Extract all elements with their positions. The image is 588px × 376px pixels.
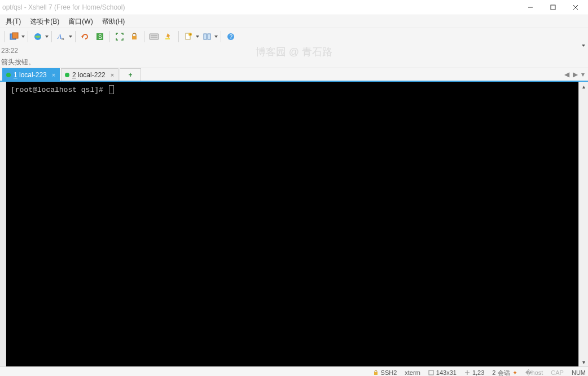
address-bar[interactable]: 23:22 博客园 @ 青石路 xyxy=(0,45,588,56)
status-dot-icon xyxy=(6,73,11,77)
layout-button[interactable] xyxy=(200,30,214,43)
toolbar: Aa S ✶ ? xyxy=(0,28,588,45)
status-num: NUM xyxy=(572,369,586,376)
vertical-scrollbar[interactable]: ▴ ▾ xyxy=(578,82,588,366)
tab-close-button[interactable]: × xyxy=(52,72,55,78)
new-file-button[interactable]: ✶ xyxy=(182,30,195,43)
tab-nav-prev[interactable]: ◀ xyxy=(564,70,569,78)
status-sessions: 2 会话 ✦ xyxy=(492,369,517,377)
svg-rect-26 xyxy=(429,370,433,375)
new-tab-button[interactable]: + xyxy=(120,68,141,81)
tab-label: 2 local-222 xyxy=(72,71,106,79)
chevron-down-icon xyxy=(582,45,585,55)
plus-icon: + xyxy=(128,71,132,79)
size-icon xyxy=(428,370,434,375)
cursor-pos-icon xyxy=(464,370,470,375)
refresh-button[interactable] xyxy=(78,30,92,43)
menu-tools[interactable]: 具(T) xyxy=(1,16,25,28)
lock-button[interactable] xyxy=(128,30,141,43)
tab-local-222[interactable]: 2 local-222 × xyxy=(61,68,119,81)
hint-bar: 箭头按钮。 xyxy=(0,56,588,68)
status-connection: SSH2 xyxy=(373,369,397,376)
svg-text:✶: ✶ xyxy=(189,33,192,36)
svg-text:a: a xyxy=(62,36,64,41)
globe-button[interactable] xyxy=(31,30,45,43)
svg-rect-12 xyxy=(132,36,137,39)
status-size: 143x31 xyxy=(428,369,457,376)
help-button[interactable]: ? xyxy=(224,30,238,43)
address-text: 23:22 xyxy=(1,47,18,55)
scroll-down-button[interactable]: ▾ xyxy=(579,357,588,366)
dropdown-caret-icon[interactable] xyxy=(214,36,218,38)
svg-text:S: S xyxy=(98,34,102,40)
left-gutter xyxy=(0,82,6,366)
font-button[interactable]: Aa xyxy=(55,30,68,43)
terminal-container: [root@localhost qsl]# ▴ ▾ xyxy=(0,82,588,366)
status-cap: CAP xyxy=(551,369,564,376)
status-dot-icon xyxy=(65,73,69,77)
window-title: opt/qsl - Xshell 7 (Free for Home/School… xyxy=(2,3,125,11)
hint-text: 箭头按钮。 xyxy=(1,57,35,67)
menu-tabs[interactable]: 选项卡(B) xyxy=(25,16,64,28)
tab-nav-next[interactable]: ▶ xyxy=(573,70,578,78)
keyboard-button[interactable] xyxy=(147,30,161,43)
menu-help[interactable]: 帮助(H) xyxy=(98,16,130,28)
lock-icon xyxy=(373,370,379,375)
tabs-row: 1 local-223 × 2 local-222 × + ◀ ▶ ▾ xyxy=(0,68,588,82)
terminal-prompt: [root@localhost qsl]# xyxy=(11,86,108,94)
terminal[interactable]: [root@localhost qsl]# xyxy=(6,82,578,366)
dropdown-caret-icon[interactable] xyxy=(196,36,199,38)
terminal-cursor xyxy=(109,85,114,94)
address-dropdown-button[interactable] xyxy=(578,47,588,55)
svg-rect-5 xyxy=(12,33,18,38)
scroll-track[interactable] xyxy=(579,91,588,357)
svg-marker-17 xyxy=(166,33,170,38)
titlebar: opt/qsl - Xshell 7 (Free for Home/School… xyxy=(0,0,588,15)
highlight-button[interactable] xyxy=(162,30,175,43)
dropdown-caret-icon[interactable] xyxy=(69,36,72,38)
svg-rect-22 xyxy=(208,34,210,39)
status-bar: SSH2 xterm 143x31 1,23 2 会话 ✦ �host CAP … xyxy=(0,366,588,376)
svg-rect-16 xyxy=(165,38,170,39)
maximize-button[interactable] xyxy=(542,0,564,15)
menubar: 具(T) 选项卡(B) 窗口(W) 帮助(H) xyxy=(0,15,588,28)
status-term: xterm xyxy=(405,369,420,376)
close-button[interactable] xyxy=(564,0,587,15)
svg-rect-25 xyxy=(374,372,378,375)
svg-rect-21 xyxy=(204,34,207,39)
fullscreen-button[interactable] xyxy=(113,30,126,43)
dropdown-caret-icon[interactable] xyxy=(21,36,25,38)
menu-window[interactable]: 窗口(W) xyxy=(64,16,97,28)
session-explorer-button[interactable] xyxy=(7,30,21,43)
resize-divider[interactable]: �host xyxy=(525,369,543,377)
svg-marker-9 xyxy=(81,35,83,38)
svg-rect-1 xyxy=(551,5,555,10)
status-cursor: 1,23 xyxy=(464,369,484,376)
script-button[interactable]: S xyxy=(93,30,107,43)
scroll-up-button[interactable]: ▴ xyxy=(579,82,588,91)
svg-rect-13 xyxy=(150,34,159,39)
tab-nav-menu[interactable]: ▾ xyxy=(581,70,585,78)
tab-local-223[interactable]: 1 local-223 × xyxy=(2,68,60,81)
svg-text:?: ? xyxy=(230,34,233,40)
tab-close-button[interactable]: × xyxy=(111,72,114,78)
tab-label: 1 local-223 xyxy=(14,71,47,79)
minimize-button[interactable] xyxy=(519,0,542,15)
dropdown-caret-icon[interactable] xyxy=(45,36,49,38)
